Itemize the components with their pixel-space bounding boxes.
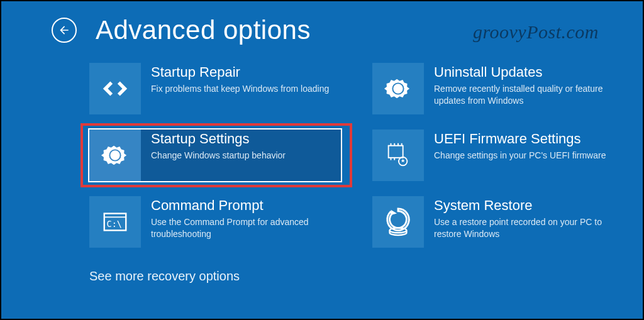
tile-text: Startup Repair Fix problems that keep Wi… [151, 63, 341, 95]
options-grid: Startup Repair Fix problems that keep Wi… [1, 45, 643, 248]
svg-text:C:\: C:\ [107, 219, 122, 229]
page-title: Advanced options [96, 15, 311, 45]
tile-title: UEFI Firmware Settings [434, 131, 624, 147]
restore-icon [372, 196, 424, 248]
see-more-link[interactable]: See more recovery options [1, 248, 643, 284]
tile-desc: Use a restore point recorded on your PC … [434, 216, 624, 240]
tile-desc: Use the Command Prompt for advanced trou… [151, 216, 341, 240]
tile-title: Startup Settings [151, 131, 336, 147]
tile-title: System Restore [434, 197, 624, 214]
tile-uefi-firmware[interactable]: UEFI Firmware Settings Change settings i… [372, 130, 624, 181]
tile-desc: Fix problems that keep Windows from load… [151, 83, 341, 95]
code-icon [89, 63, 141, 114]
svg-rect-0 [389, 146, 403, 158]
arrow-left-icon [58, 24, 70, 36]
tile-text: UEFI Firmware Settings Change settings i… [434, 130, 624, 162]
terminal-icon: C:\ [89, 196, 141, 248]
tile-desc: Remove recently installed quality or fea… [434, 83, 624, 107]
tile-title: Startup Repair [151, 64, 341, 80]
tile-text: Uninstall Updates Remove recently instal… [434, 63, 624, 107]
tile-command-prompt[interactable]: C:\ Command Prompt Use the Command Promp… [89, 196, 341, 248]
tile-text: Startup Settings Change Windows startup … [151, 130, 336, 162]
gear-icon [372, 63, 424, 114]
tile-title: Command Prompt [151, 197, 341, 214]
tile-text: Command Prompt Use the Command Prompt fo… [151, 196, 341, 240]
highlight-annotation: Startup Settings Change Windows startup … [87, 127, 343, 184]
tile-uninstall-updates[interactable]: Uninstall Updates Remove recently instal… [372, 63, 624, 114]
tile-title: Uninstall Updates [434, 64, 624, 80]
tile-desc: Change Windows startup behavior [151, 150, 336, 162]
chip-gear-icon [372, 130, 424, 181]
gear-icon [89, 130, 141, 181]
tile-system-restore[interactable]: System Restore Use a restore point recor… [372, 196, 624, 248]
tile-startup-settings[interactable]: Startup Settings Change Windows startup … [89, 130, 341, 181]
back-button[interactable] [52, 18, 77, 43]
tile-text: System Restore Use a restore point recor… [434, 196, 624, 240]
watermark-text: groovyPost.com [473, 21, 599, 43]
tile-desc: Change settings in your PC's UEFI firmwa… [434, 150, 624, 162]
tile-startup-repair[interactable]: Startup Repair Fix problems that keep Wi… [89, 63, 341, 114]
